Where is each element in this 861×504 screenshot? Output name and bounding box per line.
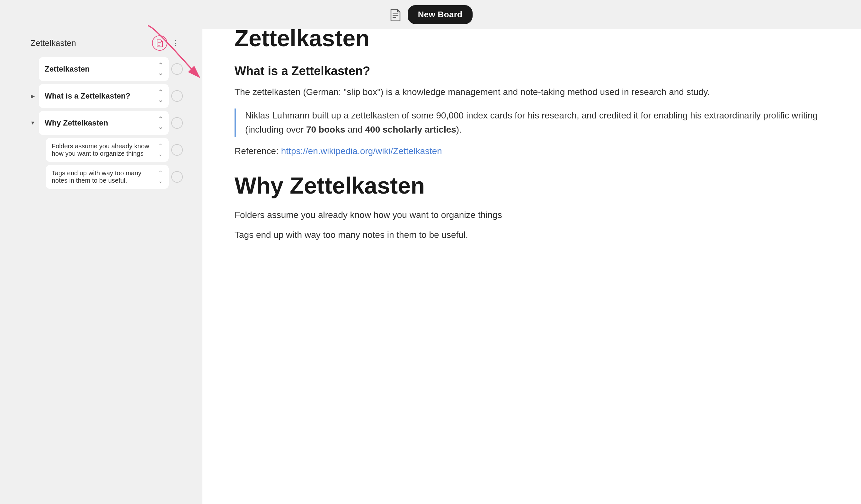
main-title: Zettelkasten (234, 26, 829, 51)
outline-what-label: What is a Zettelkasten? (45, 92, 131, 100)
triangle-right-what[interactable]: ▶ (29, 93, 36, 99)
why-item-1: Folders assume you already know how you … (234, 208, 829, 222)
outline-why-chevron[interactable]: ⌃ ⌃ (158, 115, 163, 130)
outline-tags-chevron[interactable]: ⌃ ⌃ (158, 169, 163, 184)
outline-tags-select[interactable] (171, 171, 183, 183)
outline-root-label: Zettelkasten (45, 65, 90, 73)
why-item-2: Tags end up with way too many notes in t… (234, 228, 829, 242)
outline-tags-content[interactable]: Tags end up with way too many notes in t… (46, 165, 169, 189)
new-board-button[interactable]: New Board (408, 5, 473, 24)
outline-item-root: Zettelkasten ⌃ ⌃ (29, 57, 183, 81)
topbar-doc-icon[interactable] (388, 8, 402, 22)
blockquote-text: Niklas Luhmann built up a zettelkasten o… (245, 109, 829, 137)
outline-what-content[interactable]: What is a Zettelkasten? ⌃ ⌃ (39, 84, 169, 108)
outline-item-tags: Tags end up with way too many notes in t… (36, 165, 183, 189)
outline-what-select[interactable] (171, 90, 183, 102)
reference-line: Reference: https://en.wikipedia.org/wiki… (234, 146, 829, 156)
blockquote: Niklas Luhmann built up a zettelkasten o… (234, 109, 829, 137)
outline-tags-label: Tags end up with way too many notes in t… (52, 169, 158, 184)
outline-item-folders: Folders assume you already know how you … (36, 138, 183, 162)
sidebar-new-note-button[interactable] (152, 35, 167, 51)
sidebar-more-button[interactable]: ⋮ (170, 37, 181, 49)
sidebar-title: Zettelkasten (30, 38, 76, 48)
outline-item-what: ▶ What is a Zettelkasten? ⌃ ⌃ (29, 84, 183, 108)
reference-url[interactable]: https://en.wikipedia.org/wiki/Zettelkast… (281, 146, 442, 156)
outline-folders-content[interactable]: Folders assume you already know how you … (46, 138, 169, 162)
reference-label: Reference: (234, 146, 281, 156)
sidebar-header-icons: ⋮ (152, 35, 181, 51)
section1-body: The zettelkasten (German: "slip box") is… (234, 85, 829, 99)
outline-folders-select[interactable] (171, 144, 183, 156)
top-bar: New Board (0, 0, 861, 29)
outline-why-select[interactable] (171, 117, 183, 129)
sidebar: Zettelkasten ⋮ Zettelkasten ⌃ ⌃ (24, 29, 188, 504)
outline-why-label: Why Zettelkasten (45, 118, 108, 127)
outline-root-select[interactable] (171, 63, 183, 75)
why-sub-items: Folders assume you already know how you … (36, 138, 183, 189)
outline-what-chevron[interactable]: ⌃ ⌃ (158, 88, 163, 103)
main-content: Zettelkasten What is a Zettelkasten? The… (202, 0, 861, 504)
outline-root-chevron[interactable]: ⌃ ⌃ (158, 62, 163, 76)
outline-folders-label: Folders assume you already know how you … (52, 142, 158, 157)
outline-item-why: ▼ Why Zettelkasten ⌃ ⌃ (29, 111, 183, 135)
section2-heading: Why Zettelkasten (234, 172, 829, 199)
outline-root-content[interactable]: Zettelkasten ⌃ ⌃ (39, 57, 169, 81)
triangle-down-why[interactable]: ▼ (29, 120, 36, 126)
outline-why-content[interactable]: Why Zettelkasten ⌃ ⌃ (39, 111, 169, 135)
section1-heading: What is a Zettelkasten? (234, 64, 829, 79)
outline-folders-chevron[interactable]: ⌃ ⌃ (158, 142, 163, 157)
sidebar-header: Zettelkasten ⋮ (29, 35, 183, 51)
